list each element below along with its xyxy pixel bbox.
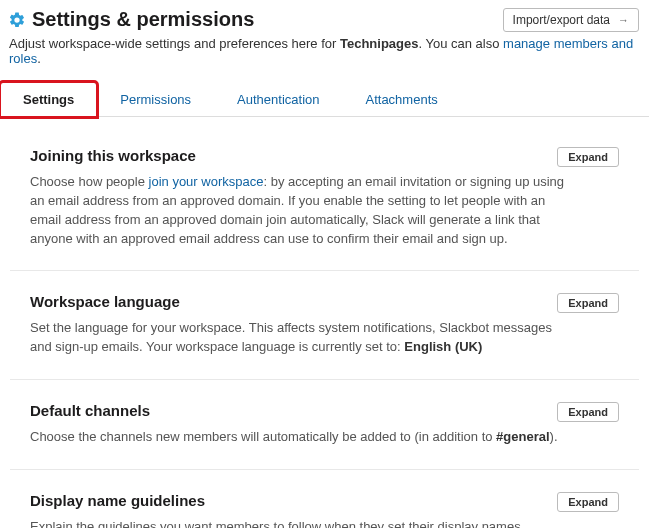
section-title: Workspace language [30, 293, 180, 310]
tab-attachments[interactable]: Attachments [343, 82, 461, 117]
page-title: Settings & permissions [32, 8, 254, 31]
join-workspace-link[interactable]: join your workspace [149, 174, 264, 189]
section-desc: Choose how people join your workspace: b… [30, 173, 570, 248]
expand-button[interactable]: Expand [557, 293, 619, 313]
expand-button[interactable]: Expand [557, 147, 619, 167]
section-title: Joining this workspace [30, 147, 196, 164]
import-export-button[interactable]: Import/export data → [503, 8, 639, 32]
section-joining: Joining this workspace Expand Choose how… [10, 117, 639, 271]
workspace-name: Technipages [340, 36, 419, 51]
current-language: English (UK) [404, 339, 482, 354]
section-desc: Choose the channels new members will aut… [30, 428, 570, 447]
tab-settings[interactable]: Settings [0, 82, 97, 117]
section-display-name: Display name guidelines Expand Explain t… [10, 470, 639, 528]
tab-permissions[interactable]: Permissions [97, 82, 214, 117]
section-title: Display name guidelines [30, 492, 205, 509]
tab-authentication[interactable]: Authentication [214, 82, 342, 117]
section-language: Workspace language Expand Set the langua… [10, 271, 639, 380]
subhead-text: Adjust workspace-wide settings and prefe… [0, 34, 649, 76]
tabs: Settings Permissions Authentication Atta… [0, 82, 649, 117]
section-title: Default channels [30, 402, 150, 419]
general-channel: #general [496, 429, 549, 444]
expand-button[interactable]: Expand [557, 492, 619, 512]
section-default-channels: Default channels Expand Choose the chann… [10, 380, 639, 470]
import-export-label: Import/export data [513, 13, 610, 27]
expand-button[interactable]: Expand [557, 402, 619, 422]
section-desc: Set the language for your workspace. Thi… [30, 319, 570, 357]
arrow-right-icon: → [618, 14, 629, 26]
section-desc: Explain the guidelines you want members … [30, 518, 570, 528]
gear-icon [8, 11, 26, 29]
